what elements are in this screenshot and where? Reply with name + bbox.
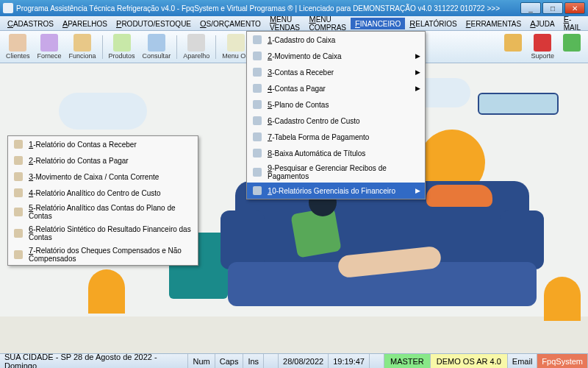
chevron-right-icon: ▶ bbox=[415, 68, 420, 76]
status-insert: Ins bbox=[243, 354, 264, 368]
dd-icon-8 bbox=[251, 166, 263, 178]
Aparelho-icon bbox=[187, 34, 205, 52]
report-icon bbox=[12, 187, 24, 199]
status-brand[interactable]: FpqSystem bbox=[537, 354, 588, 368]
status-time: 19:19:47 bbox=[329, 354, 370, 368]
report-icon bbox=[12, 138, 24, 150]
menu-osoramento[interactable]: OS/ORÇAMENTO bbox=[196, 18, 265, 29]
menu-ajuda[interactable]: AJUDA bbox=[526, 18, 559, 29]
window-title: Programa Assistência Técnica Refrigeraçã… bbox=[16, 4, 520, 13]
report-icon bbox=[12, 206, 24, 218]
Fornece-icon bbox=[40, 34, 58, 52]
dd-item-4[interactable]: 5-Plano de Contas bbox=[247, 96, 425, 113]
menu-relatrios[interactable]: RELATÓRIOS bbox=[405, 18, 461, 29]
toolbar-right-1[interactable]: Suporte bbox=[528, 32, 557, 61]
dd-icon-9 bbox=[251, 185, 263, 197]
menu-menuvendas[interactable]: MENU VENDAS bbox=[265, 13, 305, 33]
right-icon-2 bbox=[563, 34, 581, 52]
maximize-button[interactable]: □ bbox=[542, 2, 563, 14]
chevron-right-icon: ▶ bbox=[415, 52, 420, 60]
dd-icon-7 bbox=[251, 147, 263, 159]
dd-item-3[interactable]: 4-Contas a Pagar▶ bbox=[247, 80, 425, 96]
dd-sub-item-5[interactable]: 6-Relatório Sintético do Resultado Finan… bbox=[8, 222, 198, 244]
Clientes-icon bbox=[9, 34, 26, 52]
status-date: 28/08/2022 bbox=[279, 354, 329, 368]
toolbar-clientes[interactable]: Clientes bbox=[3, 32, 33, 61]
close-button[interactable]: ✕ bbox=[564, 2, 585, 14]
app-icon bbox=[3, 3, 13, 13]
toolbar-right-2[interactable] bbox=[559, 32, 585, 61]
dd-item-2[interactable]: 3-Contas a Receber▶ bbox=[247, 64, 425, 80]
report-icon bbox=[12, 155, 24, 166]
chevron-right-icon: ▶ bbox=[415, 85, 420, 92]
window-controls: _ □ ✕ bbox=[520, 2, 585, 14]
status-spacer2 bbox=[370, 354, 384, 368]
menu-cadastros[interactable]: CADASTROS bbox=[3, 18, 58, 29]
Produtos-icon bbox=[113, 34, 131, 52]
report-icon bbox=[12, 249, 24, 261]
status-capslock: Caps bbox=[215, 354, 244, 368]
dd-item-0[interactable]: 1-Cadastro do Caixa bbox=[247, 32, 425, 48]
dd-icon-2 bbox=[251, 66, 263, 78]
dd-item-9[interactable]: 10-Relatórios Gerenciais do Financeiro▶ bbox=[247, 183, 425, 199]
dd-sub-item-0[interactable]: 1-Relatório do Contas a Receber bbox=[8, 136, 198, 152]
menu-produtoestoque[interactable]: PRODUTO/ESTOQUE bbox=[112, 18, 196, 29]
Menu OS-icon bbox=[227, 34, 245, 52]
toolbar-produtos[interactable]: Produtos bbox=[106, 32, 138, 61]
dd-item-1[interactable]: 2-Movimento de Caixa▶ bbox=[247, 48, 425, 64]
status-numlock: Num bbox=[188, 354, 215, 368]
menubar: CADASTROSAPARELHOSPRODUTO/ESTOQUEOS/ORÇA… bbox=[0, 16, 588, 31]
Consultar-icon bbox=[148, 34, 165, 52]
dd-item-6[interactable]: 7-Tabela Forma de Pagamento bbox=[247, 129, 425, 145]
dd-icon-4 bbox=[251, 99, 263, 110]
dd-sub-item-6[interactable]: 7-Relatório dos Cheques Compensados e Nã… bbox=[8, 244, 198, 265]
dd-sub-item-1[interactable]: 2-Relatório do Contas a Pagar bbox=[8, 152, 198, 169]
toolbar-fornece[interactable]: Fornece bbox=[35, 32, 65, 61]
status-spacer bbox=[264, 354, 279, 368]
dd-item-5[interactable]: 6-Cadastro Centro de Custo bbox=[247, 113, 425, 129]
menu-aparelhos[interactable]: APARELHOS bbox=[58, 18, 112, 29]
menu-menucompras[interactable]: MENU COMPRAS bbox=[304, 13, 351, 33]
toolbar-funciona[interactable]: Funciona bbox=[66, 32, 99, 61]
toolbar-aparelho[interactable]: Aparelho bbox=[180, 32, 212, 61]
toolbar-right-0[interactable] bbox=[500, 32, 526, 61]
status-user: MASTER bbox=[384, 354, 431, 368]
dd-icon-6 bbox=[251, 131, 263, 143]
menu-ferramentas[interactable]: FERRAMENTAS bbox=[462, 18, 526, 29]
dd-icon-1 bbox=[251, 50, 263, 62]
dd-sub-item-2[interactable]: 3-Movimento de Caixa / Conta Corrente bbox=[8, 169, 198, 185]
report-icon bbox=[12, 171, 24, 183]
status-location: SUA CIDADE - SP 28 de Agosto de 2022 - D… bbox=[0, 354, 188, 368]
dd-icon-3 bbox=[251, 82, 263, 94]
status-license: DEMO OS AR 4.0 bbox=[431, 354, 508, 368]
status-email[interactable]: Email bbox=[508, 354, 538, 368]
report-icon bbox=[12, 227, 24, 239]
statusbar: SUA CIDADE - SP 28 de Agosto de 2022 - D… bbox=[0, 353, 588, 368]
dd-icon-0 bbox=[251, 34, 263, 46]
right-icon-1 bbox=[534, 34, 551, 52]
dd-item-7[interactable]: 8-Baixa Automática de Títulos bbox=[247, 145, 425, 161]
toolbar-consultar[interactable]: Consultar bbox=[140, 32, 174, 61]
dd-sub-item-4[interactable]: 5-Relatório Analítico das Contas do Plan… bbox=[8, 201, 198, 222]
dd-sub-item-3[interactable]: 4-Relatório Analítico do Centro de Custo bbox=[8, 185, 198, 201]
dd-item-8[interactable]: 9-Pesquisar e Gerenciar Recibos de Pagam… bbox=[247, 161, 425, 183]
financeiro-dropdown: 1-Cadastro do Caixa2-Movimento de Caixa▶… bbox=[246, 31, 426, 199]
minimize-button[interactable]: _ bbox=[520, 2, 541, 14]
menu-email[interactable]: E-MAIL bbox=[559, 13, 585, 33]
chevron-right-icon: ▶ bbox=[415, 187, 420, 194]
right-icon-0 bbox=[504, 34, 522, 52]
relatorios-submenu: 1-Relatório do Contas a Receber2-Relatór… bbox=[7, 135, 198, 266]
dd-icon-5 bbox=[251, 115, 263, 127]
Funciona-icon bbox=[74, 34, 91, 52]
menu-financeiro[interactable]: FINANCEIRO bbox=[351, 18, 405, 29]
